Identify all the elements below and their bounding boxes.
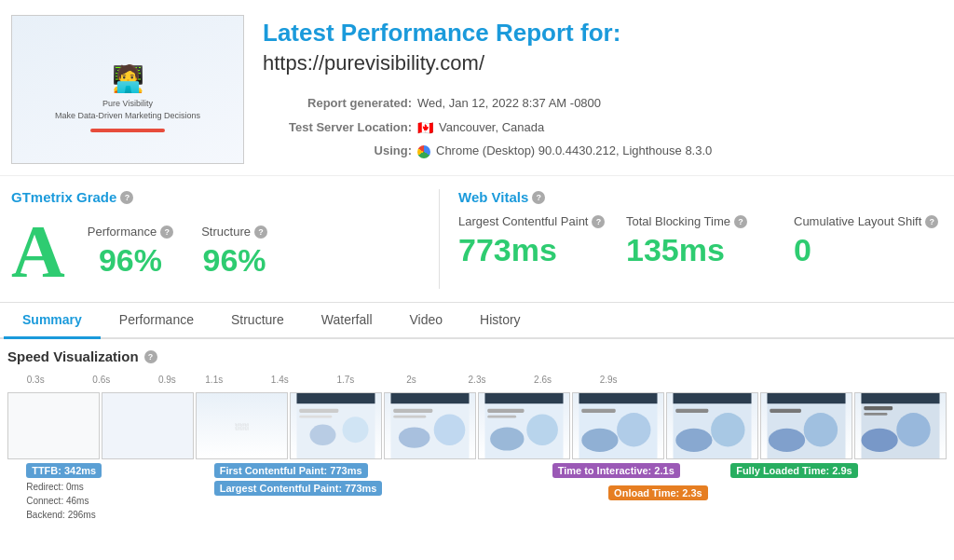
cls-label: Cumulative Layout Shift <box>794 214 921 228</box>
onload-badge: Onload Time: 2.3s <box>608 485 708 500</box>
filmstrip: ░░░ <box>7 392 947 459</box>
tab-waterfall[interactable]: Waterfall <box>303 303 391 339</box>
ruler-mark-7: 2.3s <box>469 375 486 385</box>
tti-badge: Time to Interactive: 2.1s <box>552 463 680 478</box>
filmstrip-frame-8 <box>666 392 758 459</box>
canada-flag: 🇨🇦 <box>417 116 433 141</box>
top-section: 🧑‍💻 Pure VisibilityMake Data-Driven Mark… <box>0 0 954 176</box>
fcp-badge: First Contentful Paint: 773ms <box>214 463 368 478</box>
svg-rect-3 <box>299 416 332 418</box>
structure-value: 96% <box>201 242 267 279</box>
web-vitals-help-icon[interactable]: ? <box>532 191 545 204</box>
svg-point-26 <box>711 413 744 446</box>
tab-summary[interactable]: Summary <box>4 303 101 339</box>
performance-value: 96% <box>88 242 173 279</box>
speed-viz-help-icon[interactable]: ? <box>144 350 157 363</box>
svg-point-22 <box>581 429 618 452</box>
svg-rect-20 <box>581 409 615 413</box>
structure-label: Structure <box>201 225 251 239</box>
svg-rect-34 <box>862 393 940 403</box>
tab-history[interactable]: History <box>461 303 539 339</box>
svg-rect-36 <box>864 413 887 416</box>
tab-video[interactable]: Video <box>391 303 462 339</box>
svg-rect-13 <box>485 393 564 403</box>
svg-point-21 <box>617 413 650 446</box>
tbt-label: Total Blocking Time <box>626 214 730 228</box>
report-generated-label: Report generated: <box>263 92 412 116</box>
gtmetrix-grade-panel: GTmetrix Grade ? A Performance ? 96% Str… <box>11 189 440 289</box>
cls-value: 0 <box>794 232 943 268</box>
filmstrip-frame-5 <box>384 392 476 459</box>
filmstrip-frame-3: ░░░ <box>196 392 288 459</box>
tbt-help-icon[interactable]: ? <box>734 215 747 228</box>
web-vitals-panel: Web Vitals ? Largest Contentful Paint ? … <box>440 189 943 289</box>
tti-annotation: Time to Interactive: 2.1s <box>552 463 680 478</box>
report-generated-value: Wed, Jan 12, 2022 8:37 AM -0800 <box>417 92 601 116</box>
structure-help-icon[interactable]: ? <box>254 225 267 239</box>
server-location-value: Vancouver, Canada <box>439 116 544 140</box>
svg-rect-15 <box>487 416 516 418</box>
svg-point-27 <box>675 429 712 452</box>
speed-viz-title: Speed Visualization <box>7 348 139 364</box>
ttfb-sub: Redirect: 0msConnect: 46msBackend: 296ms <box>26 480 96 522</box>
svg-point-17 <box>490 427 524 450</box>
lcp-badge: Largest Contentful Paint: 773ms <box>214 481 383 496</box>
server-location-label: Test Server Location: <box>263 116 412 140</box>
svg-rect-8 <box>393 409 432 413</box>
tbt-value: 135ms <box>626 232 775 268</box>
filmstrip-frame-6 <box>478 392 570 459</box>
fully-loaded-annotation: Fully Loaded Time: 2.9s <box>730 463 858 478</box>
svg-point-32 <box>769 429 805 452</box>
filmstrip-frame-7 <box>572 392 664 459</box>
annotations: TTFB: 342ms Redirect: 0msConnect: 46msBa… <box>7 463 947 538</box>
svg-rect-19 <box>579 393 658 403</box>
grade-letter: A <box>11 214 65 289</box>
svg-point-38 <box>862 429 898 452</box>
ruler-mark-5: 1.7s <box>336 375 354 385</box>
fcp-annotation: First Contentful Paint: 773ms Largest Co… <box>214 463 383 496</box>
svg-rect-25 <box>675 409 708 413</box>
svg-rect-1 <box>297 393 375 403</box>
ruler-mark-3: 1.1s <box>205 375 223 385</box>
tbt-vital: Total Blocking Time ? 135ms <box>626 214 775 268</box>
report-title: Latest Performance Report for: <box>263 19 943 48</box>
cls-help-icon[interactable]: ? <box>925 215 938 228</box>
grades-section: GTmetrix Grade ? A Performance ? 96% Str… <box>0 176 954 303</box>
svg-point-5 <box>310 425 336 445</box>
fully-loaded-badge: Fully Loaded Time: 2.9s <box>730 463 858 478</box>
web-vitals-title: Web Vitals <box>458 189 528 205</box>
ruler-mark-6: 2s <box>406 375 416 385</box>
performance-label: Performance <box>88 225 157 239</box>
ruler-mark-0: 0.3s <box>27 375 45 385</box>
filmstrip-frame-4 <box>290 392 382 459</box>
speed-visualization-section: Speed Visualization ? 0.3s 0.6s 0.9s 1.1… <box>0 339 954 547</box>
report-url: https://purevisibility.com/ <box>263 51 943 75</box>
svg-point-4 <box>343 417 369 443</box>
lcp-label: Largest Contentful Paint <box>458 214 588 228</box>
lcp-vital: Largest Contentful Paint ? 773ms <box>458 214 607 268</box>
svg-rect-30 <box>770 409 801 413</box>
svg-point-10 <box>434 414 466 445</box>
svg-rect-35 <box>864 406 893 410</box>
header-info: Latest Performance Report for: https://p… <box>263 15 943 164</box>
tab-structure[interactable]: Structure <box>212 303 303 339</box>
performance-metric: Performance ? 96% <box>88 225 173 279</box>
ttfb-annotation: TTFB: 342ms Redirect: 0msConnect: 46msBa… <box>26 463 102 522</box>
website-screenshot: 🧑‍💻 Pure VisibilityMake Data-Driven Mark… <box>11 15 244 164</box>
lcp-value: 773ms <box>458 232 607 268</box>
svg-point-31 <box>804 413 838 446</box>
tab-performance[interactable]: Performance <box>101 303 212 339</box>
svg-point-37 <box>896 413 930 446</box>
svg-rect-2 <box>299 409 338 413</box>
ttfb-badge: TTFB: 342ms <box>26 463 102 478</box>
gtmetrix-help-icon[interactable]: ? <box>120 191 133 204</box>
lcp-help-icon[interactable]: ? <box>592 215 605 228</box>
tabs-bar: Summary Performance Structure Waterfall … <box>0 303 954 339</box>
using-label: Using: <box>263 140 412 163</box>
performance-help-icon[interactable]: ? <box>160 225 173 239</box>
gtmetrix-title: GTmetrix Grade <box>11 189 116 205</box>
ruler-mark-9: 2.9s <box>600 375 618 385</box>
using-value: Chrome (Desktop) 90.0.4430.212, Lighthou… <box>436 140 712 163</box>
ruler-mark-2: 0.9s <box>158 375 176 385</box>
onload-annotation: Onload Time: 2.3s <box>608 485 708 500</box>
